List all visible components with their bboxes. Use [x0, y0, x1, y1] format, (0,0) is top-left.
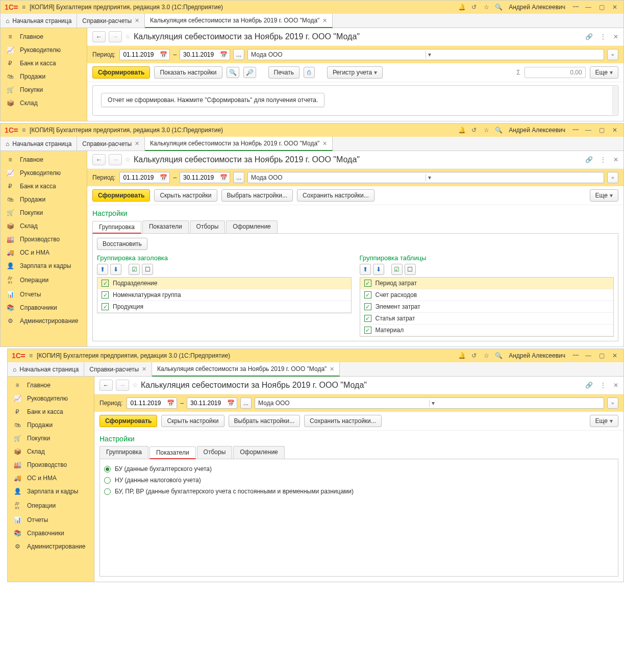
sidebar-item[interactable]: 🛒Покупки: [8, 432, 94, 445]
calendar-icon[interactable]: 📅: [220, 51, 228, 58]
subtab-indicators[interactable]: Показатели: [142, 220, 189, 233]
hide-settings-button[interactable]: Скрыть настройки: [154, 189, 217, 202]
back-button[interactable]: ←: [92, 154, 106, 165]
sidebar-item[interactable]: 📈Руководителю: [1, 43, 87, 57]
print-settings-button[interactable]: ⎙: [304, 67, 315, 78]
more-button[interactable]: Еще▾: [590, 189, 618, 202]
show-settings-button[interactable]: Показать настройки: [154, 66, 222, 79]
main-menu-icon[interactable]: ≡: [29, 352, 33, 359]
history-icon[interactable]: ↺: [470, 127, 478, 134]
date-to-input[interactable]: 📅: [187, 397, 237, 409]
sidebar-item[interactable]: ₽Банк и касса: [1, 57, 87, 70]
favorite-icon[interactable]: ☆: [132, 382, 138, 389]
page-close-icon[interactable]: ✕: [613, 156, 618, 163]
org-open-button[interactable]: ▫: [607, 397, 618, 409]
link-icon[interactable]: 🔗: [585, 33, 593, 40]
form-button[interactable]: Сформировать: [99, 415, 157, 427]
sidebar-item[interactable]: ≡Главное: [1, 153, 87, 166]
list-item[interactable]: ✓Подразделение: [97, 278, 351, 289]
org-open-button[interactable]: ▫: [607, 172, 618, 183]
sidebar-item[interactable]: 🛒Покупки: [1, 206, 87, 219]
move-down-button[interactable]: ⬇: [373, 264, 384, 275]
more-menu-icon[interactable]: ⋮: [600, 33, 606, 40]
period-picker-button[interactable]: ...: [233, 49, 244, 60]
star-icon[interactable]: ☆: [482, 127, 490, 134]
forward-button[interactable]: →: [116, 380, 129, 391]
favorite-icon[interactable]: ☆: [125, 33, 131, 40]
sidebar-item[interactable]: 📦Склад: [8, 445, 94, 458]
search-icon[interactable]: 🔍: [494, 352, 503, 359]
history-icon[interactable]: ↺: [470, 4, 478, 11]
sidebar-item[interactable]: 🚚ОС и НМА: [8, 471, 94, 485]
star-icon[interactable]: ☆: [482, 4, 490, 11]
more-menu-icon[interactable]: ⋮: [600, 382, 606, 389]
move-down-button[interactable]: ⬇: [110, 264, 121, 275]
checkbox-icon[interactable]: ✓: [364, 315, 371, 322]
tab-home[interactable]: ⌂ Начальная страница: [1, 14, 77, 28]
date-from-field[interactable]: [122, 51, 158, 59]
date-to-input[interactable]: 📅: [180, 172, 230, 183]
star-icon[interactable]: ☆: [482, 352, 490, 359]
calendar-icon[interactable]: 📅: [160, 174, 167, 181]
close-icon[interactable]: ✕: [142, 366, 146, 372]
main-menu-icon[interactable]: ≡: [22, 127, 26, 134]
main-menu-icon[interactable]: ≡: [22, 4, 26, 11]
list-item[interactable]: ✓Статья затрат: [360, 313, 614, 325]
radio-icon[interactable]: [104, 477, 111, 484]
check-all-button[interactable]: ☑: [391, 264, 403, 275]
bell-icon[interactable]: 🔔: [458, 127, 466, 134]
list-item[interactable]: ✓Номенклатурная группа: [97, 289, 351, 301]
save-settings-button[interactable]: Сохранить настройки...: [297, 189, 375, 202]
sidebar-item[interactable]: 👤Зарплата и кадры: [1, 259, 87, 272]
tab-home[interactable]: ⌂Начальная страница: [1, 137, 77, 151]
sidebar-item[interactable]: Дт КтОперации: [8, 498, 94, 513]
sidebar-item[interactable]: 📈Руководителю: [1, 166, 87, 180]
radio-icon[interactable]: [104, 488, 111, 495]
tab-calculation[interactable]: Калькуляция себестоимости за Ноябрь 2019…: [145, 14, 333, 28]
date-from-input[interactable]: 📅: [127, 397, 177, 409]
close-icon[interactable]: ✕: [330, 366, 334, 372]
back-button[interactable]: ←: [92, 31, 106, 42]
move-up-button[interactable]: ⬆: [97, 264, 108, 275]
date-from-field[interactable]: [129, 399, 165, 407]
subtab-grouping[interactable]: Группировка: [92, 221, 141, 234]
list-item[interactable]: ✓Счет расходов: [360, 289, 614, 301]
sidebar-item[interactable]: 🏭Производство: [1, 233, 87, 246]
subtab-format[interactable]: Оформление: [233, 446, 284, 459]
save-settings-button[interactable]: Сохранить настройки...: [304, 415, 382, 427]
user-name[interactable]: Андрей Алексеевич: [509, 4, 565, 11]
list-item[interactable]: ✓Период затрат: [360, 278, 614, 289]
subtab-filters[interactable]: Отборы: [190, 220, 226, 233]
sidebar-item[interactable]: 📊Отчеты: [8, 513, 94, 527]
sidebar-item[interactable]: 📈Руководителю: [8, 392, 94, 405]
window-close-icon[interactable]: ✕: [610, 4, 619, 11]
calendar-icon[interactable]: 📅: [167, 400, 174, 407]
organization-input[interactable]: Мода ООО ▾: [247, 49, 604, 60]
check-all-button[interactable]: ☑: [129, 264, 140, 275]
more-menu-icon[interactable]: ⋮: [600, 156, 606, 163]
forward-button[interactable]: →: [109, 31, 122, 42]
subtab-filters[interactable]: Отборы: [197, 446, 233, 459]
calendar-icon[interactable]: 📅: [160, 51, 167, 58]
checkbox-icon[interactable]: ✓: [102, 280, 109, 287]
date-from-field[interactable]: [122, 173, 158, 182]
user-name[interactable]: Андрей Алексеевич: [509, 352, 565, 359]
date-from-input[interactable]: 📅: [119, 49, 170, 60]
find-next-button[interactable]: 🔎: [243, 67, 256, 78]
form-button[interactable]: Сформировать: [92, 189, 150, 202]
hide-settings-button[interactable]: Скрыть настройки: [161, 415, 224, 427]
close-icon[interactable]: ✕: [135, 140, 139, 147]
date-to-input[interactable]: 📅: [180, 49, 230, 60]
find-button[interactable]: 🔍: [227, 67, 239, 78]
sidebar-item[interactable]: 🛍Продажи: [1, 70, 87, 83]
more-button[interactable]: Еще▾: [590, 415, 618, 427]
sidebar-item[interactable]: ₽Банк и касса: [1, 180, 87, 193]
subtab-format[interactable]: Оформление: [226, 220, 277, 233]
vertical-scrollbar[interactable]: [612, 86, 617, 115]
user-name[interactable]: Андрей Алексеевич: [509, 127, 565, 134]
calendar-icon[interactable]: 📅: [220, 174, 228, 181]
window-close-icon[interactable]: ✕: [610, 352, 619, 359]
window-maximize-icon[interactable]: ▢: [597, 127, 606, 134]
calendar-icon[interactable]: 📅: [227, 400, 235, 407]
checkbox-icon[interactable]: ✓: [364, 280, 371, 287]
